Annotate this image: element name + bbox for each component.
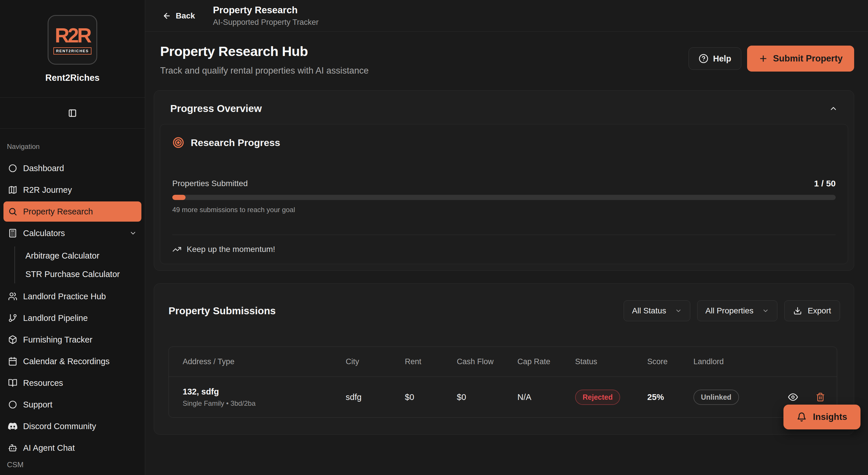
sidebar-collapse-button[interactable]	[63, 104, 82, 122]
property-submissions-header: Property Submissions All Status All Prop…	[154, 284, 854, 321]
arrow-left-icon	[162, 11, 171, 20]
divider	[172, 234, 836, 235]
sidebar-item-arbitrage-calculator[interactable]: Arbitrage Calculator	[25, 247, 142, 265]
page-header: Property Research Hub Track and qualify …	[154, 43, 854, 76]
submissions-filters: All Status All Properties Export	[624, 300, 840, 321]
cell-address-type: 132, sdfg Single Family • 3bd/2ba	[183, 387, 346, 408]
column-header-status: Status	[575, 357, 647, 366]
sub-item-label: STR Purchase Calculator	[25, 270, 120, 279]
page-subtitle: Track and qualify rental properties with…	[160, 65, 369, 76]
back-button[interactable]: Back	[162, 11, 195, 21]
cell-score: 25%	[647, 392, 693, 402]
plus-icon	[758, 54, 768, 63]
progress-overview-card: Progress Overview Research Progress Prop…	[154, 90, 854, 271]
row-actions	[777, 392, 837, 402]
sidebar-item-label: Discord Community	[23, 422, 96, 431]
sidebar-item-dashboard[interactable]: Dashboard	[3, 158, 142, 178]
status-badge: Rejected	[575, 389, 620, 405]
column-header-landlord: Landlord	[693, 357, 777, 366]
sidebar-item-label: Landlord Pipeline	[23, 313, 88, 323]
cell-status: Rejected	[575, 389, 647, 405]
column-header-cap-rate: Cap Rate	[517, 357, 575, 366]
progress-overview-header[interactable]: Progress Overview	[154, 91, 854, 124]
sidebar-item-discord-community[interactable]: Discord Community	[3, 416, 142, 436]
bot-icon	[8, 443, 17, 452]
trash-icon	[816, 392, 825, 402]
calculator-icon	[8, 228, 17, 238]
property-submissions-card: Property Submissions All Status All Prop…	[154, 283, 854, 435]
sidebar-item-property-research[interactable]: Property Research	[3, 201, 142, 222]
discord-icon	[8, 422, 17, 431]
help-button[interactable]: Help	[688, 47, 741, 70]
chevron-down-icon	[129, 229, 137, 237]
brand-name: Rent2Riches	[45, 73, 99, 83]
chevron-down-icon	[762, 307, 769, 314]
submit-property-label: Submit Property	[773, 53, 843, 64]
chevron-down-icon	[675, 307, 682, 314]
sidebar-item-calendar-recordings[interactable]: Calendar & Recordings	[3, 351, 142, 371]
progress-overview-title: Progress Overview	[170, 103, 262, 114]
momentum-text: Keep up the momentum!	[187, 245, 275, 254]
circle-icon	[8, 400, 17, 409]
page-content: Property Research Hub Track and qualify …	[145, 32, 868, 475]
research-progress-header: Research Progress	[172, 136, 836, 149]
sidebar-item-furnishing-tracker[interactable]: Furnishing Tracker	[3, 329, 142, 350]
topbar-subtitle: AI-Supported Property Tracker	[213, 18, 318, 27]
submit-property-button[interactable]: Submit Property	[747, 45, 854, 71]
research-progress-title: Research Progress	[191, 137, 280, 148]
status-filter-value: All Status	[632, 306, 666, 315]
progress-bar	[172, 195, 836, 200]
topbar: Back Property Research AI-Supported Prop…	[145, 0, 868, 32]
map-icon	[8, 185, 17, 194]
delete-property-button[interactable]	[816, 392, 825, 402]
target-icon	[172, 136, 184, 149]
sidebar-item-landlord-pipeline[interactable]: Landlord Pipeline	[3, 308, 142, 328]
sidebar-item-ai-agent-chat[interactable]: AI Agent Chat	[3, 438, 142, 458]
calendar-icon	[8, 357, 17, 366]
column-header-city: City	[346, 357, 405, 366]
chevron-up-icon[interactable]	[829, 104, 838, 113]
metric-value: 1 / 50	[814, 179, 836, 188]
sidebar-item-str-purchase-calculator[interactable]: STR Purchase Calculator	[25, 265, 142, 283]
sidebar-item-label: Support	[23, 400, 53, 410]
metric-row: Properties Submitted 1 / 50	[172, 179, 836, 188]
cell-cap-rate: N/A	[517, 392, 575, 402]
brand-logo: R2R RENT2RICHES	[48, 15, 97, 65]
view-property-button[interactable]	[788, 392, 798, 402]
sidebar-item-label: Dashboard	[23, 164, 64, 173]
sidebar-item-landlord-practice-hub[interactable]: Landlord Practice Hub	[3, 286, 142, 307]
sidebar-item-label: Calculators	[23, 228, 65, 238]
circle-icon	[8, 164, 17, 173]
sidebar-item-support[interactable]: Support	[3, 394, 142, 415]
sidebar-item-label: AI Agent Chat	[23, 443, 75, 453]
page-title: Property Research Hub	[160, 43, 369, 59]
cell-landlord: Unlinked	[693, 389, 777, 405]
back-label: Back	[176, 11, 195, 21]
sidebar-item-label: Furnishing Tracker	[23, 335, 92, 345]
insights-label: Insights	[813, 412, 847, 422]
status-filter-select[interactable]: All Status	[624, 300, 690, 321]
insights-button[interactable]: Insights	[783, 405, 861, 430]
panel-left-icon	[68, 109, 77, 118]
sidebar-toggle-row	[0, 98, 145, 129]
pipeline-icon	[8, 313, 17, 323]
property-filter-select[interactable]: All Properties	[697, 300, 778, 321]
calculators-subtree: Arbitrage Calculator STR Purchase Calcul…	[14, 247, 142, 283]
sidebar-item-resources[interactable]: Resources	[3, 373, 142, 393]
topbar-titles: Property Research AI-Supported Property …	[213, 5, 318, 27]
sidebar-item-calculators[interactable]: Calculators	[3, 223, 142, 243]
topbar-title: Property Research	[213, 5, 318, 15]
sidebar-item-r2r-journey[interactable]: R2R Journey	[3, 180, 142, 200]
export-button[interactable]: Export	[784, 300, 840, 321]
export-label: Export	[808, 306, 831, 315]
property-type: Single Family • 3bd/2ba	[183, 400, 346, 408]
brand-block: R2R RENT2RICHES Rent2Riches	[0, 0, 145, 98]
progress-bar-fill	[172, 195, 186, 200]
research-progress-card: Research Progress Properties Submitted 1…	[160, 124, 848, 264]
sidebar-item-label: Property Research	[23, 207, 93, 216]
table-row[interactable]: 132, sdfg Single Family • 3bd/2ba sdfg $…	[169, 377, 837, 417]
sidebar-item-label: Calendar & Recordings	[23, 357, 110, 366]
property-address: 132, sdfg	[183, 387, 346, 397]
column-header-cash-flow: Cash Flow	[457, 357, 517, 366]
bell-icon	[797, 412, 807, 422]
